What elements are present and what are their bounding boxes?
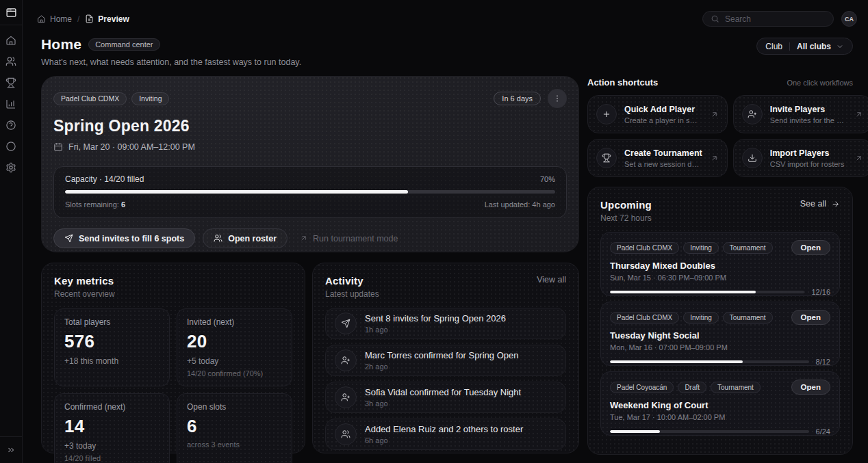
topbar: Home / Preview CA [23,0,868,27]
event-capacity-count: 8/12 [816,358,830,366]
activity-item: Sofia Vidal confirmed for Tuesday Night3… [325,382,566,413]
app-window-icon [5,7,17,18]
activity-item: Added Elena Ruiz and 2 others to roster6… [325,419,566,450]
trophy-icon [596,148,617,168]
breadcrumb: Home / Preview [37,14,129,24]
countdown-badge: In 6 days [494,92,541,105]
home-icon [37,14,46,23]
event-capacity-count: 6/24 [816,427,830,436]
shortcut-invite-players[interactable]: Invite PlayersSend invites for the nex… [733,95,868,133]
sidebar-item-analytics[interactable] [5,98,16,109]
open-roster-button[interactable]: Open roster [203,228,288,248]
shortcuts-title: Action shortcuts [587,77,658,88]
event-progress-track [610,430,809,433]
arrow-up-right-icon [854,154,863,163]
metric-tile: Confirmed (next) 14 +3 today 14/20 fille… [54,393,170,463]
event-datetime: Tue, Mar 17 · 10:00 AM–02:00 PM [610,413,830,421]
run-tournament-button[interactable]: Run tournament mode [295,228,402,248]
event-title: Thursday Mixed Doubles [610,261,830,271]
activity-item: Marc Torres confirmed for Spring Open2h … [325,345,566,376]
more-menu-button[interactable] [548,89,567,108]
settings-icon [5,162,16,173]
sidebar-item-players[interactable] [5,56,16,67]
metric-tile: Invited (next) 20 +5 today 14/20 confirm… [177,308,292,386]
event-title: Tuesday Night Social [610,330,830,341]
divider [789,42,790,51]
capacity-progress-track [65,190,555,194]
last-updated: Last updated: 4h ago [485,200,555,209]
metric-tile: Total players 576 +18 this month [54,308,170,386]
arrow-up-right-icon [854,110,863,119]
sidebar-item-clubs[interactable] [5,141,16,152]
breadcrumb-current: Preview [85,14,129,24]
search-icon [711,14,719,23]
metric-tile: Open slots 6 across 3 events [177,393,292,463]
search-input[interactable] [725,14,814,24]
see-all-link[interactable]: See all [800,199,840,209]
avatar[interactable]: CA [841,11,857,27]
open-event-button[interactable]: Open [791,310,830,325]
page-header: Home Command center What's next, what ne… [23,27,868,67]
status-badge: Inviting [683,312,719,323]
club-filter[interactable]: Club All clubs [756,38,853,55]
type-badge: Tournament [711,382,761,393]
breadcrumb-home[interactable]: Home [37,14,72,24]
chevrons-right-icon [6,445,16,455]
event-datetime: Fri, Mar 20 · 09:00 AM–12:00 PM [68,142,195,152]
sidebar-item-tournaments[interactable] [5,77,16,88]
event-progress-fill [610,291,756,293]
capacity-panel: Capacity · 14/20 filled 70% Slots remain… [53,166,567,218]
help-circle-icon [5,120,16,131]
event-card: Padel Club CDMX Inviting Tournament Open… [600,302,840,366]
activity-item: Sent 8 invites for Spring Open 20261h ag… [325,308,566,339]
sidebar-item-settings[interactable] [5,162,16,173]
activity-card: Activity Latest updates View all Sent 8 … [312,263,579,453]
shortcut-create-tournament[interactable]: Create TournamentSet a new session date… [587,139,728,177]
key-metrics-card: Key metrics Recent overview Total player… [41,263,305,453]
page-subtitle: What's next, what needs attention, and t… [41,57,301,67]
activity-title: Activity [325,275,379,287]
club-badge: Padel Club CDMX [610,312,679,323]
featured-event-card: Padel Club CDMX Inviting In 6 days Sprin… [41,76,579,252]
capacity-progress-fill [65,190,408,194]
users-icon [5,56,16,67]
breadcrumb-separator: / [77,14,79,24]
open-event-button[interactable]: Open [791,380,830,395]
search-bar[interactable] [702,11,834,27]
open-event-button[interactable]: Open [791,240,830,255]
status-badge: Inviting [131,92,169,105]
send-icon [64,234,73,243]
more-vertical-icon [552,94,562,103]
arrow-right-icon [831,200,840,209]
view-all-link[interactable]: View all [537,275,566,285]
shortcut-quick-add-player[interactable]: Quick Add PlayerCreate a player in seco… [587,95,728,133]
event-progress-track [610,360,809,363]
circle-icon [5,141,16,152]
upcoming-subtitle: Next 72 hours [600,213,652,223]
sidebar [0,0,23,463]
event-card: Padel Club CDMX Inviting Tournament Open… [600,232,840,296]
sidebar-item-help[interactable] [5,120,16,131]
sidebar-expand-button[interactable] [0,436,22,463]
chevron-down-icon [836,42,844,51]
users-icon [335,423,357,445]
file-text-icon [85,14,94,23]
send-invites-button[interactable]: Send invites to fill 6 spots [53,228,195,248]
type-badge: Tournament [723,242,773,254]
key-metrics-subtitle: Recent overview [54,289,115,299]
shortcut-import-players[interactable]: Import PlayersCSV import for rosters [733,139,868,177]
event-datetime: Mon, Mar 16 · 07:00 PM–09:00 PM [610,343,830,352]
home-icon [5,35,16,46]
club-badge: Padel Coyoacán [610,382,674,393]
arrow-up-right-icon [299,234,308,243]
activity-subtitle: Latest updates [325,289,379,299]
type-badge: Tournament [723,312,773,323]
status-badge: Draft [678,382,706,393]
avatar-initials: CA [845,16,854,23]
app-logo[interactable] [0,0,22,25]
calendar-icon [53,142,63,152]
sidebar-item-home[interactable] [5,35,16,46]
event-progress-track [610,291,804,293]
page-title: Home [41,36,81,53]
user-plus-icon [742,104,763,124]
